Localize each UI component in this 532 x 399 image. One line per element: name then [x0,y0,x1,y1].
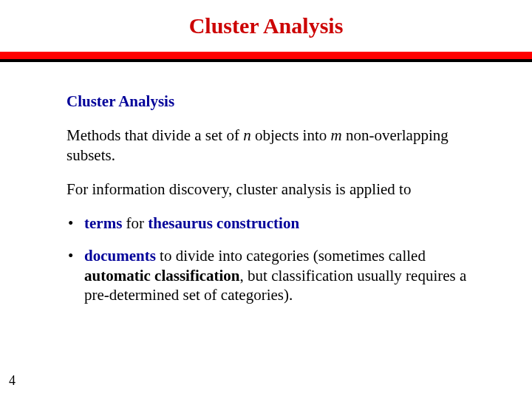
bullet-2-bold: automatic classification [84,267,240,284]
page-number: 4 [9,373,16,389]
p1-a: Methods that divide a set of [66,126,243,144]
bullet-2-keyword: documents [84,247,156,265]
p1-n: n [243,126,251,144]
bullet-2-a: to divide into categories (sometimes cal… [156,247,426,265]
paragraph-1: Methods that divide a set of n objects i… [66,126,480,165]
section-subtitle: Cluster Analysis [66,92,480,111]
bullet-2: documents to divide into categories (som… [66,246,480,304]
p1-m: m [331,126,342,144]
p1-b: objects into [251,126,331,144]
paragraph-2: For information discovery, cluster analy… [66,180,480,199]
slide-content: Cluster Analysis Methods that divide a s… [0,62,532,304]
bullet-1-keyword2: thesaurus construction [148,214,299,232]
bullet-list: terms for thesaurus construction documen… [66,214,480,304]
bullet-1-mid: for [122,214,148,232]
bullet-1-keyword: terms [84,214,122,232]
bullet-1: terms for thesaurus construction [66,214,480,233]
divider-red [0,52,532,59]
slide-title: Cluster Analysis [0,0,532,52]
